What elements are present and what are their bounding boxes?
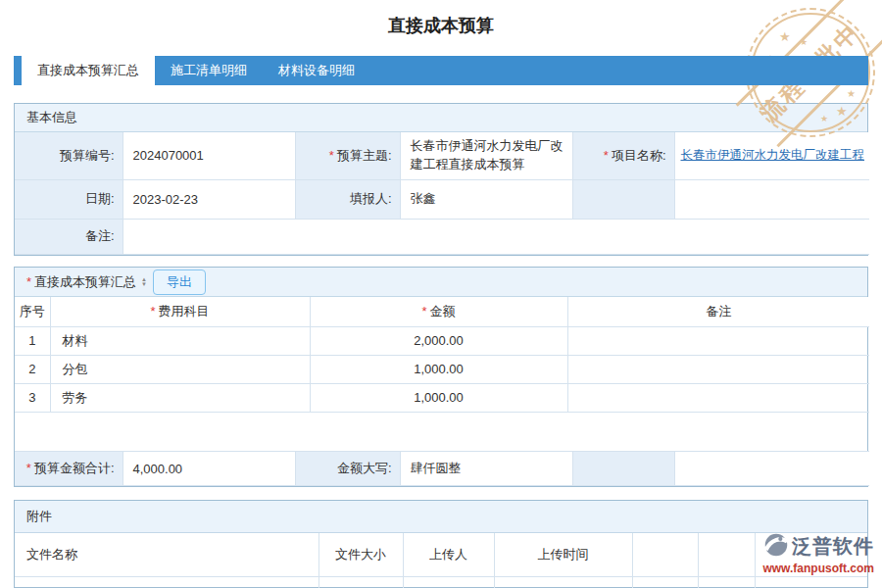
attachments-section: 附件 文件名称 文件大小 上传人 上传时间 <box>14 500 868 588</box>
row-subject: 分包 <box>50 355 310 383</box>
table-row <box>15 576 867 588</box>
col-header-amount: *金额 <box>310 297 567 326</box>
row-no: 2 <box>15 355 50 383</box>
col-header-subject: *费用科目 <box>50 297 310 326</box>
required-mark: * <box>604 148 609 163</box>
required-mark: * <box>26 274 31 289</box>
empty-cell <box>318 576 403 588</box>
table-row[interactable]: 2 分包 1,000.00 <box>15 355 869 383</box>
empty-cell <box>572 179 674 219</box>
row-amount: 1,000.00 <box>310 383 567 412</box>
required-mark: * <box>150 304 155 318</box>
col-header-upload-time: 上传时间 <box>494 533 632 576</box>
empty-cell <box>15 576 318 588</box>
remark-label: 备注: <box>15 219 122 254</box>
empty-cell <box>674 179 869 219</box>
col-header-file-size: 文件大小 <box>318 533 403 576</box>
fanpu-logo-icon <box>763 532 789 560</box>
empty-cell <box>698 576 755 588</box>
attachments-header: 附件 <box>15 501 867 533</box>
row-no: 1 <box>15 326 50 355</box>
tab-construction-list-detail[interactable]: 施工清单明细 <box>155 56 263 85</box>
tab-material-equipment-detail[interactable]: 材料设备明细 <box>263 56 370 85</box>
row-remark <box>567 355 869 383</box>
remark-value <box>122 219 869 254</box>
date-label: 日期: <box>15 179 122 219</box>
row-remark <box>567 383 869 412</box>
budget-subject-value: 长春市伊通河水力发电厂改建工程直接成本预算 <box>400 132 572 179</box>
amount-in-words-label: 金额大写: <box>295 452 400 486</box>
direct-cost-summary-section: * 直接成本预算汇总 ▲ ▼ 导出 序号 *费用科目 *金额 备注 1 材料 2… <box>14 267 868 487</box>
required-mark: * <box>329 148 334 163</box>
table-row: *预算金额合计: 4,000.00 金额大写: 肆仟圆整 <box>15 452 869 486</box>
table-row: 备注: <box>15 219 869 254</box>
basic-info-table: 预算编号: 2024070001 *预算主题: 长春市伊通河水力发电厂改建工程直… <box>15 132 869 255</box>
required-mark: * <box>421 304 426 318</box>
star-icon: ★ <box>847 88 856 99</box>
summary-section-title: 直接成本预算汇总 <box>34 273 136 291</box>
row-remark <box>567 326 869 355</box>
row-no: 3 <box>15 383 50 412</box>
tab-bar: 直接成本预算汇总 施工清单明细 材料设备明细 <box>14 56 868 85</box>
brand-website[interactable]: www.fanpusoft.com <box>762 563 874 574</box>
vendor-brand: 泛普软件 www.fanpusoft.com <box>762 532 874 574</box>
row-subject: 材料 <box>50 326 310 355</box>
empty-cell <box>755 576 867 588</box>
budget-subject-label: *预算主题: <box>295 132 400 179</box>
basic-info-header: 基本信息 <box>15 104 867 132</box>
summary-totals-row: *预算金额合计: 4,000.00 金额大写: 肆仟圆整 <box>15 451 869 486</box>
total-amount-value: 4,000.00 <box>122 452 295 486</box>
amount-in-words-value: 肆仟圆整 <box>400 452 572 486</box>
total-amount-label: *预算金额合计: <box>15 452 122 486</box>
row-amount: 2,000.00 <box>310 326 567 355</box>
project-name-label: *项目名称: <box>572 132 674 179</box>
table-header-row: 文件名称 文件大小 上传人 上传时间 <box>15 533 867 576</box>
col-header-remark: 备注 <box>567 297 869 326</box>
required-mark: * <box>26 461 31 475</box>
table-row[interactable]: 1 材料 2,000.00 <box>15 326 869 355</box>
attachments-table: 文件名称 文件大小 上传人 上传时间 <box>15 533 867 588</box>
sort-down-arrow: ▼ <box>141 282 147 287</box>
tab-direct-cost-summary[interactable]: 直接成本预算汇总 <box>22 56 155 85</box>
basic-info-section: 基本信息 预算编号: 2024070001 *预算主题: 长春市伊通河水力发电厂… <box>14 103 868 256</box>
empty-header-cell <box>632 533 698 576</box>
empty-cell <box>632 576 698 588</box>
empty-cell <box>572 452 674 486</box>
table-row: 预算编号: 2024070001 *预算主题: 长春市伊通河水力发电厂改建工程直… <box>15 132 869 179</box>
row-amount: 1,000.00 <box>310 355 567 383</box>
table-row: 日期: 2023-02-23 填报人: 张鑫 <box>15 179 869 219</box>
col-header-uploader: 上传人 <box>403 533 494 576</box>
preparer-label: 填报人: <box>295 179 400 219</box>
col-header-no: 序号 <box>15 297 50 326</box>
row-subject: 劳务 <box>50 383 310 412</box>
empty-cell <box>494 576 632 588</box>
summary-section-header: * 直接成本预算汇总 ▲ ▼ 导出 <box>15 268 867 297</box>
table-header-row: 序号 *费用科目 *金额 备注 <box>15 297 869 326</box>
empty-cell <box>674 452 869 486</box>
budget-no-value: 2024070001 <box>122 132 295 179</box>
budget-no-label: 预算编号: <box>15 132 122 179</box>
sort-icon[interactable]: ▲ ▼ <box>141 277 147 287</box>
col-header-file-name: 文件名称 <box>15 533 318 576</box>
brand-name: 泛普软件 <box>792 536 874 556</box>
table-row[interactable]: 3 劳务 1,000.00 <box>15 383 869 412</box>
star-icon: ★ <box>800 37 808 47</box>
empty-cell <box>403 576 494 588</box>
attachments-title: 附件 <box>26 508 52 525</box>
empty-header-cell <box>698 533 755 576</box>
basic-info-title: 基本信息 <box>26 109 77 126</box>
date-value: 2023-02-23 <box>122 179 295 219</box>
project-link[interactable]: 长春市伊通河水力发电厂改建工程 <box>681 148 865 162</box>
export-button[interactable]: 导出 <box>153 270 206 295</box>
preparer-value: 张鑫 <box>400 179 572 219</box>
page-title: 直接成本预算 <box>0 14 882 37</box>
summary-table: 序号 *费用科目 *金额 备注 1 材料 2,000.00 2 分包 1,000… <box>15 297 869 413</box>
project-name-cell: 长春市伊通河水力发电厂改建工程 <box>674 132 869 179</box>
